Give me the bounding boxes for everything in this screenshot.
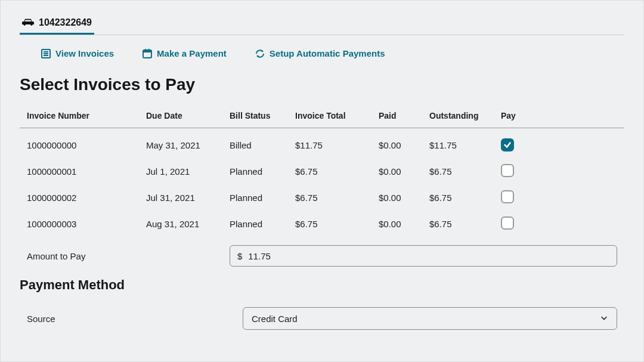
calendar-icon <box>143 49 152 58</box>
action-label: Make a Payment <box>157 48 227 58</box>
cell-outstanding: $6.75 <box>429 166 501 177</box>
action-label: View Invoices <box>55 48 114 58</box>
table-row: 1000000001Jul 1, 2021Planned$6.75$0.00$6… <box>20 158 624 184</box>
cell-bill-status: Planned <box>230 219 295 229</box>
cell-invoice-number: 1000000001 <box>27 166 146 177</box>
svg-rect-8 <box>145 49 146 51</box>
amount-input[interactable]: $ 11.75 <box>230 245 617 267</box>
view-invoices-link[interactable]: View Invoices <box>41 48 114 58</box>
cell-pay <box>501 164 549 179</box>
table-row: 1000000002Jul 31, 2021Planned$6.75$0.00$… <box>20 184 624 211</box>
pay-checkbox[interactable] <box>501 138 514 151</box>
cell-paid: $0.00 <box>379 219 429 229</box>
cell-pay <box>501 216 549 231</box>
car-icon <box>22 18 34 27</box>
list-icon <box>41 49 51 58</box>
cell-invoice-total: $6.75 <box>295 219 379 229</box>
cell-invoice-total: $6.75 <box>295 193 379 203</box>
tab-label: 1042322649 <box>39 17 92 28</box>
amount-to-pay-row: Amount to Pay $ 11.75 <box>20 240 624 267</box>
cell-pay <box>501 190 549 205</box>
cell-pay <box>501 138 549 151</box>
col-due-date: Due Date <box>146 111 230 120</box>
col-invoice-total: Invoice Total <box>295 111 379 120</box>
col-outstanding: Outstanding <box>429 111 501 120</box>
cell-due-date: May 31, 2021 <box>146 140 230 150</box>
col-invoice-number: Invoice Number <box>27 111 146 120</box>
invoice-table: Invoice Number Due Date Bill Status Invo… <box>20 111 624 237</box>
source-row: Source Credit Card <box>20 307 624 330</box>
svg-rect-9 <box>148 49 150 51</box>
refresh-icon <box>255 49 265 58</box>
source-selected: Credit Card <box>252 314 298 324</box>
table-row: 1000000000May 31, 2021Billed$11.75$0.00$… <box>20 132 624 158</box>
cell-outstanding: $6.75 <box>429 219 501 229</box>
pay-checkbox[interactable] <box>501 164 514 177</box>
currency-symbol: $ <box>237 251 242 261</box>
cell-bill-status: Planned <box>230 166 295 177</box>
chevron-down-icon <box>600 314 608 324</box>
pay-checkbox[interactable] <box>501 216 514 230</box>
payment-method-title: Payment Method <box>20 277 624 293</box>
table-row: 1000000003Aug 31, 2021Planned$6.75$0.00$… <box>20 211 624 237</box>
cell-bill-status: Billed <box>230 140 295 150</box>
col-bill-status: Bill Status <box>230 111 295 120</box>
cell-due-date: Jul 1, 2021 <box>146 166 230 177</box>
cell-bill-status: Planned <box>230 193 295 203</box>
page-title: Select Invoices to Pay <box>20 75 624 94</box>
action-label: Setup Automatic Payments <box>270 48 385 58</box>
amount-value: 11.75 <box>248 251 271 261</box>
svg-point-0 <box>23 23 25 25</box>
source-label: Source <box>27 314 243 324</box>
pay-checkbox[interactable] <box>501 190 514 203</box>
setup-auto-link[interactable]: Setup Automatic Payments <box>255 48 385 58</box>
cell-invoice-number: 1000000002 <box>27 193 146 203</box>
cell-invoice-total: $11.75 <box>295 140 379 150</box>
cell-paid: $0.00 <box>379 166 429 177</box>
svg-rect-7 <box>143 50 151 52</box>
table-header-row: Invoice Number Due Date Bill Status Invo… <box>20 111 624 128</box>
source-select[interactable]: Credit Card <box>243 307 617 330</box>
cell-invoice-number: 1000000003 <box>27 219 146 229</box>
cell-outstanding: $6.75 <box>429 193 501 203</box>
cell-outstanding: $11.75 <box>429 140 501 150</box>
action-bar: View Invoices Make a Payment Setup Autom… <box>20 48 624 58</box>
cell-paid: $0.00 <box>379 193 429 203</box>
cell-due-date: Jul 31, 2021 <box>146 193 230 203</box>
tab-bar: 1042322649 <box>20 14 624 35</box>
tab-policy[interactable]: 1042322649 <box>20 14 94 35</box>
cell-due-date: Aug 31, 2021 <box>146 219 230 229</box>
make-payment-link[interactable]: Make a Payment <box>143 48 227 58</box>
amount-label: Amount to Pay <box>27 251 230 261</box>
svg-point-1 <box>30 23 32 25</box>
col-paid: Paid <box>379 111 429 120</box>
cell-invoice-total: $6.75 <box>295 166 379 177</box>
cell-paid: $0.00 <box>379 140 429 150</box>
col-pay: Pay <box>501 111 549 120</box>
cell-invoice-number: 1000000000 <box>27 140 146 150</box>
